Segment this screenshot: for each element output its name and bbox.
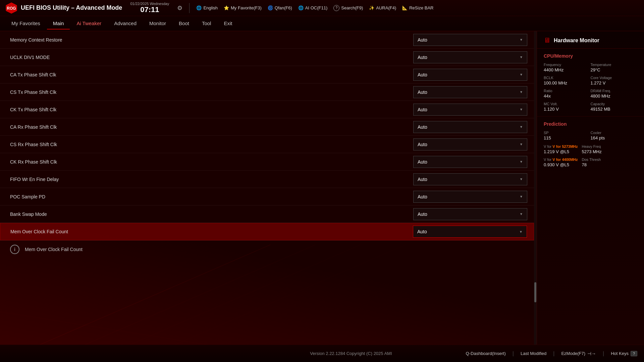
- setting-control: Auto ▼: [413, 173, 527, 185]
- setting-label: Bank Swap Mode: [10, 212, 413, 217]
- action-english-label: English: [203, 5, 218, 10]
- temperature-item: Temperature 29°C: [591, 63, 638, 72]
- last-modified-label: Last Modified: [521, 351, 546, 356]
- table-row[interactable]: CS Rx Phase Shift Clk Auto ▼: [0, 136, 534, 153]
- hot-keys-icon: ?: [631, 351, 637, 356]
- nav-advanced[interactable]: Advanced: [108, 18, 143, 29]
- action-my-favorite[interactable]: ⭐ My Favorite(F3): [224, 5, 262, 10]
- dram-freq-value: 4800 MHz: [591, 94, 638, 99]
- scrollbar[interactable]: [534, 31, 537, 345]
- dropdown-uclk-div1[interactable]: Auto ▼: [413, 51, 527, 63]
- dropdown-value: Auto: [418, 89, 427, 95]
- qfan-icon: 🌀: [268, 5, 273, 10]
- v-for-5273-row: V for V for 5273MHz 1.219 V @L5 Heavy Fr…: [544, 144, 637, 154]
- dropdown-fifo-wr[interactable]: Auto ▼: [413, 173, 527, 185]
- v-for-5273-value: 1.219 V @L5: [544, 149, 578, 154]
- dram-freq-label: DRAM Freq.: [591, 89, 638, 93]
- cooler-item: Cooler 164 pts: [591, 131, 638, 140]
- dropdown-ck-tx-phase[interactable]: Auto ▼: [413, 104, 527, 116]
- nav-exit[interactable]: Exit: [218, 18, 238, 29]
- settings-table: Memory Context Restore Auto ▼ UCLK DIV1 …: [0, 31, 534, 240]
- action-qfan[interactable]: 🌀 Qfan(F6): [268, 5, 292, 10]
- table-row[interactable]: FIFO Wr En Fine Delay Auto ▼: [0, 171, 534, 188]
- chevron-down-icon: ▼: [520, 142, 523, 146]
- ez-mode-button[interactable]: EzMode(F7) ⊣→: [561, 351, 596, 356]
- action-resize-bar[interactable]: 📐 ReSize BAR: [402, 5, 433, 10]
- setting-control: Auto ▼: [413, 51, 527, 63]
- nav-main[interactable]: Main: [47, 18, 70, 29]
- table-row[interactable]: Bank Swap Mode Auto ▼: [0, 205, 534, 223]
- sp-label: SP: [544, 131, 591, 135]
- table-row[interactable]: UCLK DIV1 MODE Auto ▼: [0, 49, 534, 66]
- action-search-label: Search(F9): [341, 5, 363, 10]
- frequency-value: 4400 MHz: [544, 67, 591, 72]
- action-aura[interactable]: ✨ AURA(F4): [369, 5, 396, 10]
- dropdown-value: Auto: [418, 124, 427, 130]
- header-datetime: 01/22/2025 Wednesday 07:11: [130, 2, 169, 14]
- info-text: Mem Over Clock Fail Count: [25, 247, 83, 252]
- core-voltage-label: Core Voltage: [591, 76, 638, 80]
- dropdown-ca-rx-phase[interactable]: Auto ▼: [413, 121, 527, 133]
- setting-label: FIFO Wr En Fine Delay: [10, 177, 413, 182]
- dropdown-value: Auto: [418, 177, 427, 182]
- setting-control: Auto ▼: [413, 121, 527, 133]
- dropdown-cs-tx-phase[interactable]: Auto ▼: [413, 86, 527, 98]
- chevron-down-icon: ▼: [520, 195, 523, 198]
- freq-4400-highlight: V for 4400MHz: [552, 158, 578, 162]
- dropdown-mem-over-clock[interactable]: Auto ▼: [413, 226, 527, 238]
- nav-ai-tweaker[interactable]: Ai Tweaker: [70, 18, 107, 29]
- table-row[interactable]: POC Sample PD Auto ▼: [0, 188, 534, 205]
- temperature-label: Temperature: [591, 63, 638, 67]
- chevron-down-icon: ▼: [520, 73, 523, 76]
- settings-gear-icon[interactable]: ⚙: [177, 4, 182, 12]
- table-row[interactable]: CA Tx Phase Shift Clk Auto ▼: [0, 66, 534, 83]
- dropdown-cs-rx-phase[interactable]: Auto ▼: [413, 138, 527, 150]
- nav-monitor[interactable]: Monitor: [143, 18, 172, 29]
- search-icon: ?: [333, 5, 339, 11]
- dos-thresh-item: Dos Thresh 78: [582, 158, 601, 167]
- bclk-value: 100.00 MHz: [544, 80, 591, 85]
- action-ai-oc[interactable]: 🌐 AI OC(F11): [298, 5, 327, 10]
- setting-label: CA Rx Phase Shift Clk: [10, 124, 413, 130]
- scroll-thumb[interactable]: [534, 282, 536, 302]
- setting-control: Auto ▼: [413, 156, 527, 168]
- dropdown-poc-sample[interactable]: Auto ▼: [413, 191, 527, 203]
- hardware-monitor-title: Hardware Monitor: [554, 38, 599, 44]
- cooler-value: 164 pts: [591, 135, 638, 140]
- dropdown-value: Auto: [418, 107, 427, 112]
- ratio-item: Ratio 44x: [544, 89, 591, 99]
- nav-my-favorites[interactable]: My Favorites: [5, 18, 46, 29]
- prediction-section: Prediction SP 115 Cooler 164 pts V for V…: [537, 117, 644, 172]
- chevron-down-icon: ▼: [520, 177, 523, 181]
- v-for-4400-label: V for V for 4400MHz: [544, 158, 578, 162]
- dropdown-ca-tx-phase[interactable]: Auto ▼: [413, 69, 527, 81]
- heavy-freq-label: Heavy Freq: [582, 144, 602, 148]
- table-row[interactable]: CS Tx Phase Shift Clk Auto ▼: [0, 83, 534, 101]
- header-divider: [189, 3, 190, 13]
- dropdown-memory-context-restore[interactable]: Auto ▼: [413, 34, 527, 46]
- nav-tool[interactable]: Tool: [196, 18, 217, 29]
- chevron-down-icon: ▼: [520, 55, 523, 59]
- table-row[interactable]: CK Rx Phase Shift Clk Auto ▼: [0, 153, 534, 171]
- table-row[interactable]: CK Tx Phase Shift Clk Auto ▼: [0, 101, 534, 118]
- core-voltage-item: Core Voltage 1.272 V: [591, 76, 638, 85]
- table-row-selected[interactable]: Mem Over Clock Fail Count Auto ▼: [0, 223, 534, 240]
- action-search[interactable]: ? Search(F9): [333, 5, 363, 11]
- nav-boot[interactable]: Boot: [173, 18, 195, 29]
- dropdown-bank-swap[interactable]: Auto ▼: [413, 208, 527, 220]
- action-qfan-label: Qfan(F6): [275, 5, 292, 10]
- q-dashboard-button[interactable]: Q-Dashboard(Insert): [466, 351, 506, 356]
- heavy-freq-value: 5273 MHz: [582, 149, 602, 154]
- table-row[interactable]: Memory Context Restore Auto ▼: [0, 31, 534, 49]
- hardware-monitor-icon: 🖥: [544, 37, 550, 44]
- sp-value: 115: [544, 135, 591, 140]
- action-english[interactable]: 🌐 English: [196, 5, 218, 10]
- ez-mode-icon: ⊣→: [587, 351, 596, 356]
- globe-icon: 🌐: [196, 5, 202, 10]
- hot-keys-button[interactable]: Hot Keys ?: [611, 351, 637, 356]
- table-row[interactable]: CA Rx Phase Shift Clk Auto ▼: [0, 118, 534, 136]
- info-icon: i: [10, 245, 19, 254]
- capacity-value: 49152 MB: [591, 107, 638, 112]
- dropdown-ck-rx-phase[interactable]: Auto ▼: [413, 156, 527, 168]
- last-modified-button[interactable]: Last Modified: [521, 351, 546, 356]
